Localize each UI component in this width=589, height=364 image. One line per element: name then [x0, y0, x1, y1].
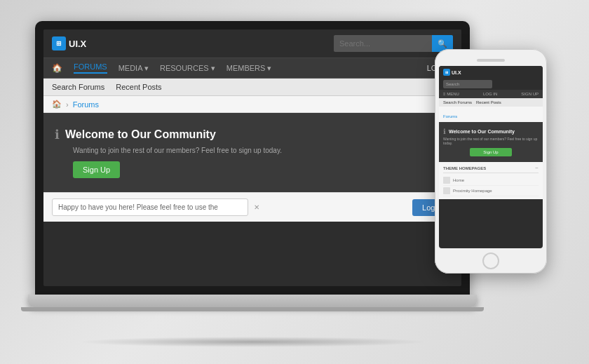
ph-nav-signup[interactable]: SIGN UP [521, 92, 539, 96]
ph-nav-login[interactable]: LOG IN [483, 92, 497, 96]
forum-nav: 🏠 FORUMS MEDIA ▾ RESOURCES ▾ MEMBERS ▾ L… [43, 58, 461, 79]
forum-bottom: Happy to have you here! Please feel free… [43, 192, 461, 222]
phone-speaker [477, 59, 505, 62]
laptop-screen-inner: ⊞ UI.X 🔍 🏠 FORUMS MEDIA ▾ RESOURCES ▾ [43, 29, 461, 286]
phone-home-button[interactable] [482, 252, 499, 269]
laptop-base-bottom [21, 307, 484, 311]
welcome-row: ℹ Welcome to Our Community [55, 127, 216, 142]
ph-subnav-search[interactable]: Search Forums [443, 100, 472, 105]
forum-logo: ⊞ UI.X [52, 36, 86, 50]
phone-screen: ⊞ UI.X Search ≡ MENU LOG IN SIGN UP [439, 66, 543, 248]
logo-icon: ⊞ [52, 36, 66, 50]
ph-theme-label-proximity: Proximity Homepage [453, 189, 492, 193]
ph-theme-toggle[interactable]: − [535, 165, 539, 171]
nav-resources[interactable]: RESOURCES ▾ [160, 64, 215, 73]
ph-theme-item-proximity[interactable]: Proximity Homepage [443, 186, 539, 196]
ph-theme-label-home: Home [453, 178, 464, 182]
ph-nav: ≡ MENU LOG IN SIGN UP [439, 90, 543, 98]
laptop-screen-outer: ⊞ UI.X 🔍 🏠 FORUMS MEDIA ▾ RESOURCES ▾ [35, 21, 470, 295]
forum-subnav: Search Forums Recent Posts [43, 79, 461, 96]
phone: ⊞ UI.X Search ≡ MENU LOG IN SIGN UP [435, 49, 547, 274]
ph-welcome-title: Welcome to Our Community [449, 129, 515, 134]
search-input[interactable] [334, 35, 432, 52]
laptop: ⊞ UI.X 🔍 🏠 FORUMS MEDIA ▾ RESOURCES ▾ [35, 21, 470, 337]
info-icon: ℹ [55, 127, 60, 142]
ph-welcome-row: ℹ Welcome to Our Community [443, 128, 539, 135]
breadcrumb-separator: › [66, 100, 69, 109]
ph-logo-text: UI.X [452, 70, 461, 75]
welcome-section: ℹ Welcome to Our Community Wanting to jo… [43, 113, 461, 192]
subnav-recent-posts[interactable]: Recent Posts [116, 83, 161, 91]
ph-nav-menu[interactable]: ≡ MENU [443, 92, 459, 96]
welcome-title: Welcome to Our Community [65, 128, 216, 141]
breadcrumb-forums-link[interactable]: Forums [73, 100, 99, 109]
ph-theme-dot-proximity [443, 187, 450, 194]
ph-search-text: Search [446, 82, 459, 86]
close-chat-icon[interactable]: ✕ [254, 203, 259, 211]
logo-text: UI.X [69, 39, 86, 49]
nav-members[interactable]: MEMBERS ▾ [226, 64, 272, 73]
ph-header: ⊞ UI.X [439, 66, 543, 79]
ph-search-bar[interactable]: Search [443, 80, 492, 88]
forum-breadcrumb: 🏠 › Forums [43, 96, 461, 113]
ph-info-icon: ℹ [443, 128, 446, 135]
subnav-search-forums[interactable]: Search Forums [52, 83, 104, 91]
chat-preview-text: Happy to have you here! Please feel free… [52, 198, 248, 216]
welcome-subtitle: Wanting to join the rest of our members?… [73, 147, 282, 154]
scene: ⊞ UI.X 🔍 🏠 FORUMS MEDIA ▾ RESOURCES ▾ [0, 0, 589, 364]
phone-outer: ⊞ UI.X Search ≡ MENU LOG IN SIGN UP [435, 49, 547, 274]
breadcrumb-home-icon[interactable]: 🏠 [52, 100, 62, 109]
ph-logo-icon: ⊞ [443, 69, 450, 76]
nav-media[interactable]: MEDIA ▾ [119, 64, 149, 73]
ph-theme-item-home[interactable]: Home [443, 175, 539, 186]
forum-header: ⊞ UI.X 🔍 [43, 29, 461, 58]
ph-signup-button[interactable]: Sign Up [470, 148, 512, 156]
signup-button[interactable]: Sign Up [73, 161, 120, 178]
ph-breadcrumb-link[interactable]: Forums [443, 114, 457, 119]
ph-theme-title: THEME HOMEPAGES [443, 166, 486, 170]
ph-logo: ⊞ UI.X [443, 69, 461, 76]
ph-welcome: ℹ Welcome to Our Community Wanting to jo… [439, 122, 543, 162]
ph-theme-dot-home [443, 177, 450, 184]
laptop-shadow [77, 337, 428, 347]
ph-breadcrumb: Forums [439, 107, 543, 122]
ph-theme-section: THEME HOMEPAGES − Home Proximity Homepag… [439, 162, 543, 199]
ph-theme-header: THEME HOMEPAGES − [443, 165, 539, 173]
ph-subnav-recent[interactable]: Recent Posts [476, 100, 501, 105]
ph-subnav: Search Forums Recent Posts [439, 98, 543, 107]
nav-home-icon[interactable]: 🏠 [52, 63, 62, 73]
laptop-base [28, 295, 477, 307]
ph-welcome-subtitle: Wanting to join the rest of our members?… [443, 137, 539, 145]
nav-forums[interactable]: FORUMS [74, 62, 107, 74]
